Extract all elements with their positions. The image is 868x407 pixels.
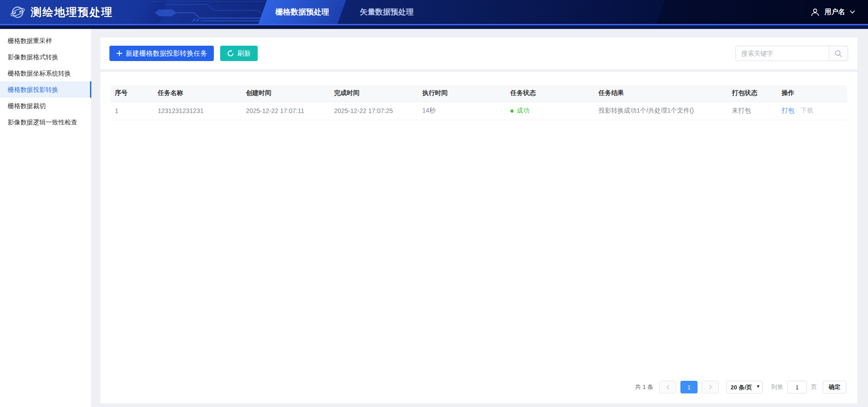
chevron-down-icon	[849, 10, 855, 14]
app-header: 测绘地理预处理 栅格数据预处理 矢量数据预处理 用户名	[0, 0, 868, 29]
sidebar-item-raster-projection-convert[interactable]: 栅格数据投影转换	[0, 81, 91, 98]
chevron-right-icon	[708, 384, 712, 390]
col-task-status: 任务状态	[506, 85, 594, 102]
goto-page-input[interactable]	[787, 381, 807, 393]
sidebar-item-image-logic-check[interactable]: 影像数据逻辑一致性检查	[0, 114, 91, 130]
person-icon	[810, 7, 820, 17]
col-exec-time: 执行时间	[418, 85, 506, 102]
cell-exec-time: 14秒	[418, 102, 506, 120]
plus-icon	[116, 50, 123, 57]
download-link: 下载	[801, 107, 813, 114]
col-finished-time: 完成时间	[330, 85, 418, 102]
cell-index: 1	[110, 102, 153, 120]
toolbar: 新建栅格数据投影转换任务 刷新	[100, 38, 857, 69]
refresh-button[interactable]: 刷新	[220, 46, 258, 61]
search-button[interactable]	[829, 46, 848, 61]
col-index: 序号	[110, 85, 153, 102]
task-table-card: 序号 任务名称 创建时间 完成时间 执行时间 任务状态 任务结果 打包状态 操作…	[100, 72, 857, 403]
user-name: 用户名	[825, 8, 845, 16]
goto-page-prefix: 到第	[771, 383, 783, 391]
page-number-button[interactable]: 1	[680, 381, 698, 393]
header-dark-strip	[0, 25, 868, 29]
tab-vector-preprocess[interactable]: 矢量数据预处理	[344, 0, 429, 24]
brand: 测绘地理预处理	[10, 0, 113, 24]
goto-page-suffix: 页	[811, 383, 817, 391]
main-content: 新建栅格数据投影转换任务 刷新	[91, 29, 868, 407]
status-dot-icon	[510, 109, 514, 113]
cell-task-result: 投影转换成功1个/共处理1个文件()	[594, 102, 727, 120]
page-size-select[interactable]: 20 条/页	[726, 381, 763, 393]
cell-actions: 打包 下载	[777, 102, 847, 120]
sidebar: 栅格数据重采样 影像数据格式转换 栅格数据坐标系统转换 栅格数据投影转换 栅格数…	[0, 29, 91, 407]
search-input[interactable]	[736, 46, 829, 61]
col-package-status: 打包状态	[727, 85, 777, 102]
col-task-result: 任务结果	[594, 85, 727, 102]
page-size-select-wrap: 20 条/页	[726, 381, 763, 393]
layout: 栅格数据重采样 影像数据格式转换 栅格数据坐标系统转换 栅格数据投影转换 栅格数…	[0, 29, 868, 407]
col-created-time: 创建时间	[241, 85, 330, 102]
table-header-row: 序号 任务名称 创建时间 完成时间 执行时间 任务状态 任务结果 打包状态 操作	[110, 85, 847, 102]
top-tabs: 栅格数据预处理 矢量数据预处理	[260, 0, 429, 24]
cell-finished-time: 2025-12-22 17:07:25	[330, 102, 418, 120]
package-link[interactable]: 打包	[782, 107, 794, 114]
pagination: 共 1 条 1 20 条/页 到第	[110, 374, 847, 397]
prev-page-button[interactable]	[659, 381, 676, 393]
new-task-button[interactable]: 新建栅格数据投影转换任务	[109, 46, 214, 61]
refresh-icon	[227, 50, 234, 57]
search-box	[736, 46, 848, 61]
table-row: 1 1231231231231 2025-12-22 17:07:11 2025…	[110, 102, 847, 120]
next-page-button[interactable]	[702, 381, 719, 393]
col-task-name: 任务名称	[153, 85, 241, 102]
sidebar-item-image-format-convert[interactable]: 影像数据格式转换	[0, 49, 91, 65]
col-actions: 操作	[777, 85, 847, 102]
task-table: 序号 任务名称 创建时间 完成时间 执行时间 任务状态 任务结果 打包状态 操作…	[110, 85, 847, 120]
cell-task-status: 成功	[506, 102, 594, 120]
pagination-total: 共 1 条	[635, 383, 653, 391]
status-badge: 成功	[510, 107, 529, 115]
satellite-orbit-icon	[10, 5, 25, 20]
chevron-left-icon	[666, 384, 670, 390]
header-background: 测绘地理预处理 栅格数据预处理 矢量数据预处理 用户名	[0, 0, 868, 24]
cell-task-name: 1231231231231	[153, 102, 241, 120]
goto-confirm-button[interactable]: 确定	[823, 381, 846, 393]
cell-created-time: 2025-12-22 17:07:11	[241, 102, 330, 120]
user-menu[interactable]: 用户名	[810, 0, 855, 24]
magnifier-icon	[835, 50, 842, 57]
sidebar-item-raster-clip[interactable]: 栅格数据裁切	[0, 98, 91, 114]
cell-package-status: 未打包	[727, 102, 777, 120]
sidebar-item-raster-resample[interactable]: 栅格数据重采样	[0, 33, 91, 49]
page-title: 测绘地理预处理	[31, 5, 113, 19]
tab-raster-preprocess[interactable]: 栅格数据预处理	[260, 0, 344, 24]
sidebar-item-raster-coordsys-convert[interactable]: 栅格数据坐标系统转换	[0, 65, 91, 81]
